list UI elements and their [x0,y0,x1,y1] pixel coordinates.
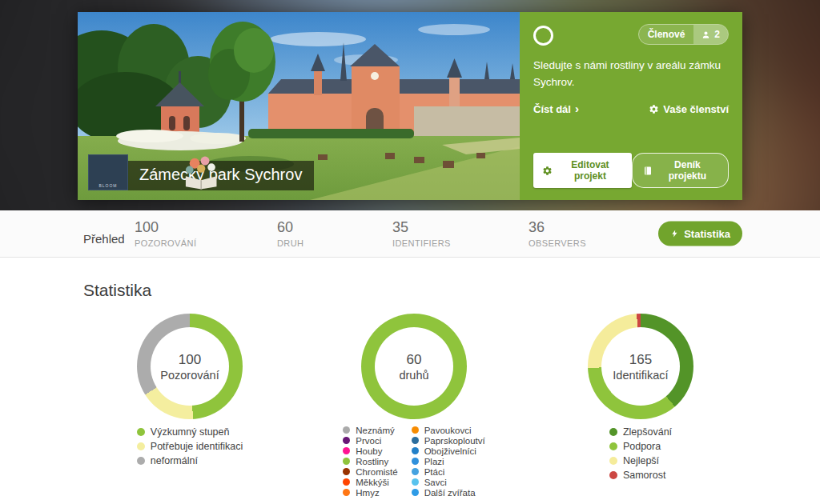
project-page: { "colors": { "panel_green": "#77A831", … [0,0,820,504]
legend-dot-icon [343,426,350,434]
legend-label: Obojživelníci [424,446,476,456]
members-count[interactable]: 2 [693,25,728,44]
legend-label: Výzkumný stupeň [151,427,230,438]
legend: ZlepšováníPodporaNejlepšíSamorost [609,425,672,482]
project-journal-button[interactable]: Deník projektu [632,153,729,188]
edit-project-label: Editovat projekt [557,159,623,182]
donut-center-label: druhů [399,369,428,382]
donut-ring: 100 Pozorování [137,314,243,419]
journal-icon [643,166,653,176]
read-more-link[interactable]: Číst dál › [533,103,579,115]
legend-label: Chromisté [356,467,397,477]
legend-item: Chromisté [343,467,397,477]
donut-center: 60 druhů [375,327,453,406]
legend-dot-icon [412,468,419,475]
legend-item: Další zvířata [412,488,485,498]
legend-label: Ptáci [424,467,445,477]
stat-observations[interactable]: 100 POZOROVÁNÍ [135,219,196,248]
legend-label: Prvoci [356,436,381,446]
legend-dot-icon [412,478,419,486]
legend-dot-icon [137,457,145,465]
legend-dot-icon [412,489,419,496]
legend-item: Rostliny [343,457,397,466]
flower-book-icon [88,154,314,190]
donut-center: 165 Identifikací [601,327,680,406]
banner: BLOOM Zámecký park Sychrov Členové 2 [0,0,820,210]
legend-column: NeznámýPrvociHoubyRostlinyChromistéMěkký… [343,425,397,498]
chevron-right-icon: › [575,105,579,113]
read-more-label: Číst dál [533,103,571,115]
donut-ring: 60 druhů [361,314,467,419]
legend-dot-icon [412,437,419,444]
journal-label: Deník projektu [657,159,718,182]
legend-dot-icon [609,442,617,450]
legend-item: Prvoci [343,436,397,446]
stat-identifiers[interactable]: 35 IDENTIFIERS [392,219,451,248]
your-membership-link[interactable]: Vaše členství [649,103,729,115]
legend-label: Hmyz [356,488,379,498]
legend-label: Nejlepší [623,456,659,466]
legend-dot-icon [412,458,419,465]
legend-label: Samorost [623,470,666,481]
legend-dot-icon [137,428,145,436]
legend-label: Zlepšování [623,427,672,438]
legend-label: Potřebuje identifikaci [151,442,243,452]
legend-dot-icon [343,478,350,486]
person-icon [701,30,710,39]
legend-dot-icon [343,447,350,454]
legend: Výzkumný stupeňPotřebuje identifikacinef… [137,425,243,468]
members-button[interactable]: Členové 2 [638,24,729,45]
tab-overview[interactable]: Přehled [83,232,125,246]
charts-row: 100 Pozorování Výzkumný stupeňPotřebuje … [78,314,742,504]
stat-label: IDENTIFIERS [392,238,451,248]
legend-item: Výzkumný stupeň [137,427,243,438]
stat-value: 36 [529,219,586,236]
legend-item: Podpora [609,442,672,452]
members-label[interactable]: Členové [639,25,694,44]
legend-dot-icon [412,426,419,434]
stat-species[interactable]: 60 DRUH [277,219,303,248]
photo-caption: BLOOM Zámecký park Sychrov [88,154,314,190]
stat-value: 60 [277,219,303,236]
legend-item: Paprskoploutví [412,436,485,446]
legend-item: Obojživelníci [412,446,485,456]
donut-center-value: 60 [407,352,422,368]
edit-project-button[interactable]: Editovat projekt [533,153,632,188]
legend-label: Měkkýši [356,478,389,487]
stats-bar: Přehled 100 POZOROVÁNÍ 60 DRUH 35 IDENTI… [0,210,820,258]
legend-item: Samorost [609,470,672,481]
bloom-logo: BLOOM [88,154,128,190]
membership-label: Vaše členství [663,103,729,115]
stat-value: 100 [135,219,196,236]
observations-donut-chart: 100 Pozorování Výzkumný stupeňPotřebuje … [74,314,306,468]
legend-label: neformální [151,456,198,466]
donut-center-value: 100 [179,352,201,368]
legend-label: Savci [424,478,447,487]
legend: NeznámýPrvociHoubyRostlinyChromistéMěkký… [343,425,484,498]
donut-center-value: 165 [629,352,652,368]
legend-label: Neznámý [356,426,395,435]
legend-item: Ptáci [412,467,485,477]
legend-dot-icon [343,468,350,475]
stat-observers[interactable]: 36 OBSERVERS [529,219,586,248]
legend-item: Pavoukovci [412,426,485,435]
statistics-section: Statistika 100 Pozorování Výzkumný stupe… [0,258,820,504]
legend-column: PavoukovciPaprskoploutvíObojživelníciPla… [412,425,485,498]
legend-item: Měkkýši [343,478,397,487]
project-panel: Členové 2 Sledujte s námi rostliny v are… [520,12,742,200]
donut-ring: 165 Identifikací [588,314,693,419]
statistics-button-label: Statistika [684,228,730,240]
legend-column: Výzkumný stupeňPotřebuje identifikacinef… [137,425,243,468]
legend-item: Potřebuje identifikaci [137,442,243,452]
gear-icon [649,104,659,114]
legend-dot-icon [609,457,617,465]
legend-dot-icon [609,428,617,436]
statistics-button[interactable]: Statistika [658,222,742,246]
legend-label: Pavoukovci [424,426,472,435]
legend-label: Paprskoploutví [424,436,485,446]
stat-label: DRUH [277,238,303,248]
legend-item: Zlepšování [609,427,672,438]
legend-dot-icon [412,447,419,454]
legend-label: Rostliny [356,457,388,466]
legend-label: Houby [356,446,382,456]
